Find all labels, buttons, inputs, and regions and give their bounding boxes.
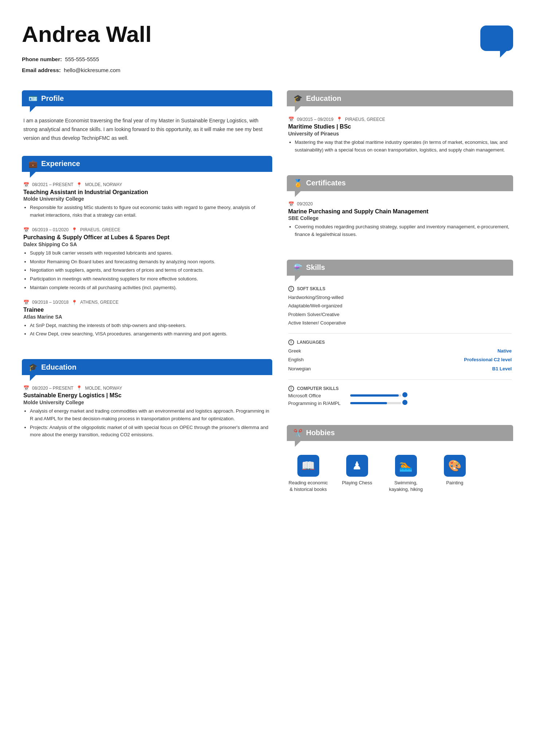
hobbies-body: 📖 Reading economic & historical books ♟ …	[287, 441, 513, 494]
skills-divider-2	[288, 379, 512, 380]
experience-entry-3: 📅 09/2018 – 10/2018 📍 ATHENS, GREECE Tra…	[23, 300, 271, 338]
phone-row: Phone number: 555-555-5555	[22, 54, 152, 65]
education-right-section: 🎓 Education 📅 09/2015 – 09/2019 📍 PIRAEU…	[287, 90, 513, 163]
education-right-icon: 🎓	[293, 94, 302, 103]
soft-skill-2: Problem Solver/Creative	[288, 310, 512, 319]
chat-bubble-icon	[480, 25, 513, 51]
phone-label: Phone number:	[22, 56, 62, 62]
languages-group: i LANGUAGES Greek Native English Profess…	[288, 339, 512, 374]
experience-title: Experience	[41, 160, 80, 168]
entry-title-2: Purchasing & Supply Officer at Lubes & S…	[23, 234, 271, 241]
bullet-2-2: Negotiation with suppliers, agents, and …	[30, 267, 271, 274]
hobby-label-0: Reading economic & historical books	[288, 480, 328, 493]
phone-value: 555-555-5555	[65, 56, 99, 62]
certificates-icon: 🏅	[293, 179, 302, 188]
edu-date-right-1: 09/2015 – 09/2019	[297, 117, 333, 122]
experience-body: 📅 08/2021 – PRESENT 📍 MOLDE, NORWAY Teac…	[22, 172, 272, 348]
left-column: 🪪 Profile I am a passionate Economist tr…	[22, 90, 272, 734]
certificates-body: 📅 09/2020 Marine Purchasing and Supply C…	[287, 191, 513, 248]
education-right-title: Education	[306, 94, 341, 103]
hobby-label-1: Playing Chess	[342, 480, 372, 486]
entry-org-2: Dalex Shipping Co SA	[23, 241, 271, 247]
entry-loc-1: MOLDE, NORWAY	[85, 182, 122, 187]
entry-bullets-1: Responsible for assisting MSc students t…	[23, 204, 271, 219]
edu-loc-right-1: PIRAEUS, GREECE	[345, 117, 385, 122]
hobby-label-2: Swimming, kayaking, hiking	[386, 480, 426, 493]
edu-bullet-l1-1: Projects: Analysis of the oligopolistic …	[30, 424, 271, 439]
edu-bullet-l1-0: Analysis of energy market and trading co…	[30, 407, 271, 423]
education-left-header: 🎓 Education	[22, 359, 272, 375]
email-label: Email address:	[22, 67, 61, 73]
skills-body: i SOFT SKILLS Hardworking/Strong-willed …	[287, 276, 513, 413]
skills-header: ⚗️ Skills	[287, 260, 513, 276]
cal-icon-cert-1: 📅	[288, 201, 294, 207]
hobby-icon-1: ♟	[346, 455, 368, 477]
education-left-body: 📅 08/2020 – PRESENT 📍 MOLDE, NORWAY Sust…	[22, 375, 272, 448]
soft-skill-3: Active listener/ Cooperative	[288, 319, 512, 327]
experience-icon: 💼	[28, 160, 38, 168]
lang-name-2: Norwegian	[288, 365, 311, 374]
two-column-layout: 🪪 Profile I am a passionate Economist tr…	[22, 90, 513, 734]
calendar-icon-3: 📅	[23, 300, 29, 305]
soft-skills-title: i SOFT SKILLS	[288, 286, 512, 292]
entry-date-2: 06/2019 – 01/2020	[32, 227, 69, 232]
entry-loc-3: ATHENS, GREECE	[80, 300, 118, 305]
location-icon-1: 📍	[76, 182, 82, 188]
languages-info-icon: i	[288, 339, 294, 345]
lang-name-1: English	[288, 355, 304, 365]
hobby-item-0: 📖 Reading economic & historical books	[288, 455, 328, 493]
education-right-header: 🎓 Education	[287, 90, 513, 106]
edu-loc-left-1: MOLDE, NORWAY	[85, 386, 122, 391]
cert-date-1: 09/2020	[297, 201, 313, 206]
edu-bullets-left-1: Analysis of energy market and trading co…	[23, 407, 271, 439]
bullet-2-0: Supply 18 bulk carrier vessels with requ…	[30, 249, 271, 257]
hobby-icon-2: 🏊	[395, 455, 417, 477]
computer-skills-group: i COMPUTER SKILLS Microsoft Office Progr…	[288, 386, 512, 406]
skills-section: ⚗️ Skills i SOFT SKILLS Hardworking/Stro…	[287, 260, 513, 413]
entry-date-3: 09/2018 – 10/2018	[32, 300, 69, 305]
skill-bar-bg-0	[350, 394, 401, 397]
profile-text: I am a passionate Economist traversing t…	[23, 117, 271, 142]
location-icon-2: 📍	[71, 227, 77, 233]
hobbies-grid: 📖 Reading economic & historical books ♟ …	[288, 451, 512, 493]
hobby-item-3: 🎨 Painting	[435, 455, 475, 493]
soft-skills-info-icon: i	[288, 286, 294, 292]
edu-meta-right-1: 📅 09/2015 – 09/2019 📍 PIRAEUS, GREECE	[288, 117, 512, 122]
edu-title-left-1: Sustainable Energy Logistics | MSc	[23, 392, 271, 399]
language-row-1: English Professional C2 level	[288, 355, 512, 365]
cert-bullets-1: Covering modules regarding purchasing st…	[288, 223, 512, 239]
skill-bar-dot-1	[402, 400, 407, 405]
hobbies-title: Hobbies	[306, 429, 335, 437]
education-right-body: 📅 09/2015 – 09/2019 📍 PIRAEUS, GREECE Ma…	[287, 106, 513, 163]
skill-bar-fill-0	[350, 394, 399, 397]
experience-entry-1: 📅 08/2021 – PRESENT 📍 MOLDE, NORWAY Teac…	[23, 182, 271, 219]
education-left-icon: 🎓	[28, 363, 38, 371]
entry-date-1: 08/2021 – PRESENT	[32, 182, 73, 187]
resume-container: Andrea Wall Phone number: 555-555-5555 E…	[0, 0, 535, 756]
computer-skill-row-0: Microsoft Office	[288, 393, 512, 398]
education-left-title: Education	[41, 363, 77, 371]
cert-title-1: Marine Purchasing and Supply Chain Manag…	[288, 208, 512, 216]
hobbies-section: ✂️ Hobbies 📖 Reading economic & historic…	[287, 425, 513, 494]
computer-skill-name-0: Microsoft Office	[288, 393, 347, 398]
entry-title-3: Trainee	[23, 306, 271, 314]
cal-icon-edu-r1: 📅	[288, 117, 294, 122]
soft-skills-group: i SOFT SKILLS Hardworking/Strong-willed …	[288, 286, 512, 327]
education-left-section: 🎓 Education 📅 08/2020 – PRESENT 📍 MOLDE,…	[22, 359, 272, 448]
computer-skills-info-icon: i	[288, 386, 294, 391]
entry-bullets-2: Supply 18 bulk carrier vessels with requ…	[23, 249, 271, 292]
hobby-icon-0: 📖	[297, 455, 319, 477]
loc-icon-edu-l1: 📍	[76, 385, 82, 391]
entry-meta-1: 📅 08/2021 – PRESENT 📍 MOLDE, NORWAY	[23, 182, 271, 188]
skill-bar-dot-0	[402, 392, 407, 397]
bullet-1-0: Responsible for assisting MSc students t…	[30, 204, 271, 219]
header-contact: Phone number: 555-555-5555 Email address…	[22, 54, 152, 76]
skill-bar-fill-1	[350, 402, 387, 404]
computer-skills-title: i COMPUTER SKILLS	[288, 386, 512, 391]
profile-icon: 🪪	[28, 94, 38, 103]
cert-entry-1: 📅 09/2020 Marine Purchasing and Supply C…	[288, 201, 512, 239]
lang-name-0: Greek	[288, 347, 301, 356]
profile-section: 🪪 Profile I am a passionate Economist tr…	[22, 90, 272, 144]
profile-header: 🪪 Profile	[22, 90, 272, 106]
edu-bullets-right-1: Mastering the way that the global mariti…	[288, 139, 512, 154]
